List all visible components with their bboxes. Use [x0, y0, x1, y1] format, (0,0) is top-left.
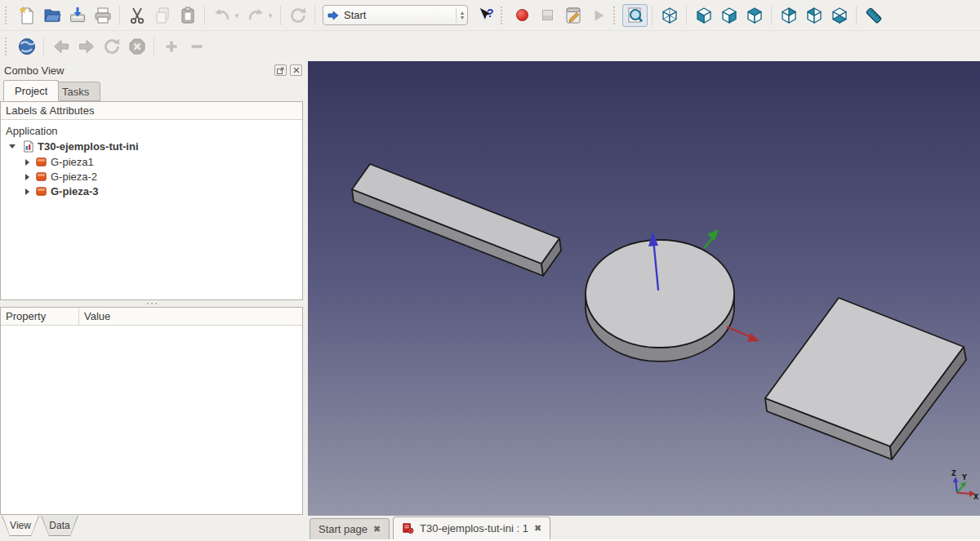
- new-document-button[interactable]: [14, 4, 39, 27]
- tree-item-document[interactable]: T30-ejemplos-tut-ini: [1, 139, 302, 154]
- 3d-scene: Z Y X: [308, 61, 980, 516]
- close-tab-icon[interactable]: ✖: [534, 523, 541, 534]
- copy-icon: [153, 6, 172, 25]
- object-cylinder-disc: [586, 240, 734, 361]
- toolbar-separator: [43, 37, 44, 56]
- value-column-header[interactable]: Value: [79, 308, 115, 325]
- macro-stop-button[interactable]: [535, 4, 560, 27]
- property-column-header[interactable]: Property: [1, 308, 79, 325]
- toolbar-separator: [314, 6, 315, 25]
- toolbar-grip[interactable]: [501, 7, 507, 24]
- whats-this-button[interactable]: ?: [473, 4, 498, 27]
- fit-all-button[interactable]: [622, 4, 648, 27]
- reload-button[interactable]: [99, 35, 124, 58]
- object-box-plate: [765, 298, 966, 459]
- view-right-button[interactable]: [716, 4, 742, 27]
- part-icon: [35, 185, 47, 197]
- tab-start-page[interactable]: Start page ✖: [310, 518, 390, 539]
- workbench-selector[interactable]: Start ▴▾: [323, 5, 468, 25]
- document-icon: [22, 140, 34, 153]
- panel-close-button[interactable]: [290, 64, 302, 76]
- axis-x-label: X: [973, 494, 979, 501]
- tab-data[interactable]: Data: [41, 516, 78, 536]
- copy-button[interactable]: [149, 4, 175, 27]
- macro-record-icon: [516, 9, 528, 21]
- undo-button[interactable]: [209, 4, 234, 27]
- paste-button[interactable]: [175, 4, 200, 27]
- save-icon: [68, 6, 87, 25]
- cut-button[interactable]: [124, 4, 149, 27]
- view-rear-icon: [779, 6, 799, 25]
- freecad-document-icon: [402, 522, 414, 534]
- view-axonometric-icon: [660, 6, 679, 25]
- open-document-button[interactable]: [39, 4, 65, 27]
- view-top-button[interactable]: [742, 4, 767, 27]
- toolbar-grip[interactable]: [5, 38, 11, 55]
- view-top-icon: [745, 6, 764, 25]
- tree-item-application[interactable]: Application: [1, 123, 302, 139]
- expander-open-icon[interactable]: [9, 144, 16, 149]
- save-document-button[interactable]: [65, 4, 90, 27]
- view-front-button[interactable]: [691, 4, 716, 27]
- view-bottom-icon: [830, 6, 849, 25]
- document-tabbar: Start page ✖ T30-ejemplos-tut-ini : 1 ✖: [308, 516, 980, 541]
- close-tab-icon[interactable]: ✖: [373, 524, 381, 534]
- view-bottom-button[interactable]: [826, 4, 852, 27]
- toolbar-grip[interactable]: [613, 7, 620, 24]
- toolbar-separator: [204, 6, 205, 25]
- panel-float-button[interactable]: [274, 64, 287, 76]
- axis-y-label: Y: [961, 474, 967, 481]
- macro-record-button[interactable]: [510, 4, 535, 27]
- tree-item-g-pieza-2[interactable]: G-pieza-2: [1, 169, 302, 184]
- view-axonometric-button[interactable]: [657, 4, 682, 27]
- print-button[interactable]: [90, 4, 115, 27]
- measure-distance-button[interactable]: [861, 4, 886, 27]
- 3d-viewport[interactable]: Z Y X: [308, 61, 980, 516]
- expander-closed-icon[interactable]: [25, 188, 29, 195]
- tab-view[interactable]: View: [2, 516, 39, 536]
- view-left-icon: [804, 6, 824, 25]
- part-icon: [35, 171, 47, 183]
- zoom-in-icon: [162, 37, 181, 56]
- web-browser-button[interactable]: [14, 35, 39, 58]
- redo-dropdown-caret[interactable]: ▾: [266, 11, 274, 20]
- tree-item-g-pieza-3[interactable]: G-pieza-3: [1, 184, 302, 199]
- back-button[interactable]: [48, 35, 74, 58]
- part-icon: [35, 156, 47, 168]
- tab-active-document[interactable]: T30-ejemplos-tut-ini : 1 ✖: [393, 517, 550, 539]
- redo-button[interactable]: [243, 4, 268, 27]
- view-right-icon: [719, 6, 739, 25]
- expander-closed-icon[interactable]: [25, 159, 29, 166]
- indicator-y-arrow: [957, 485, 964, 493]
- property-panel: Property Value: [0, 307, 303, 515]
- tab-project[interactable]: Project: [3, 80, 59, 101]
- sync-view-button[interactable]: [285, 4, 310, 27]
- panel-splitter[interactable]: [0, 300, 303, 307]
- stop-load-button[interactable]: [124, 35, 149, 58]
- zoom-in-button[interactable]: [158, 35, 184, 58]
- web-toolbar: [0, 31, 980, 61]
- toolbar-separator: [856, 6, 857, 25]
- tree-header: Labels & Attributes: [1, 102, 302, 120]
- forward-arrow-icon: [77, 37, 96, 56]
- toolbar-separator: [652, 6, 653, 25]
- toolbar-grip[interactable]: [5, 7, 11, 24]
- macro-play-icon: [590, 7, 608, 24]
- undo-dropdown-caret[interactable]: ▾: [233, 11, 241, 20]
- view-left-button[interactable]: [801, 4, 826, 27]
- tree-item-g-pieza1[interactable]: G-pieza1: [1, 154, 302, 170]
- paste-icon: [178, 6, 198, 25]
- reload-icon: [102, 37, 122, 56]
- cut-icon: [127, 6, 147, 25]
- toolbar-separator: [154, 37, 154, 56]
- macro-edit-icon: [564, 6, 583, 25]
- workbench-selector-value: Start: [340, 9, 452, 21]
- view-rear-button[interactable]: [776, 4, 801, 27]
- macro-play-button[interactable]: [586, 4, 611, 27]
- forward-button[interactable]: [74, 35, 99, 58]
- undo-icon: [212, 6, 232, 25]
- expander-closed-icon[interactable]: [25, 174, 29, 180]
- macro-edit-button[interactable]: [560, 4, 586, 27]
- zoom-out-button[interactable]: [184, 35, 209, 58]
- workbench-selector-spinner[interactable]: ▴▾: [456, 8, 464, 23]
